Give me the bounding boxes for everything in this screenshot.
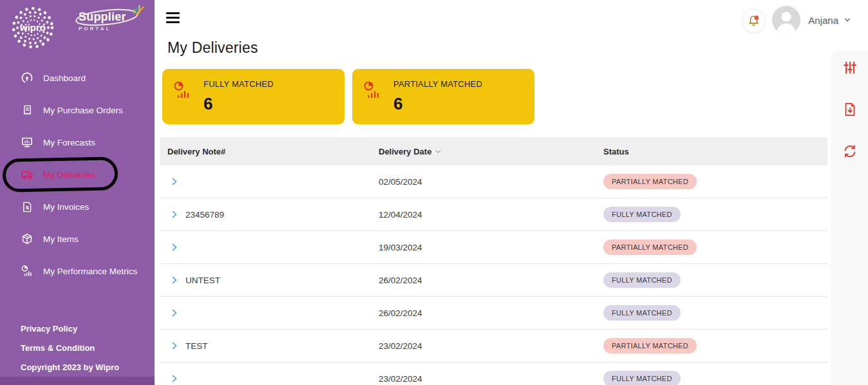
delivery-date-value: 23/02/2024 (379, 374, 603, 384)
expand-chevron-icon[interactable] (170, 177, 179, 186)
sidebar-item-label: Dashboard (43, 73, 86, 83)
sort-chevron-down-icon[interactable] (435, 148, 442, 155)
sidebar-nav: Dashboard My Purchase Orders (0, 62, 155, 287)
receipt-icon (21, 104, 33, 117)
supplier-portal-brand: Supplier PORTAL (79, 10, 138, 32)
notification-bell-icon (747, 14, 760, 28)
sidebar-item-my-forecasts[interactable]: My Forecasts (0, 126, 155, 158)
monitor-icon (21, 136, 33, 149)
table-row[interactable]: 23456789 12/04/2024 FULLY MATCHED (160, 198, 827, 231)
right-toolbar (832, 50, 868, 385)
delivery-date-value: 02/05/2024 (379, 177, 603, 187)
card-count: 6 (203, 94, 274, 114)
box-icon (21, 232, 33, 245)
brand-name: Supplier (79, 10, 138, 24)
status-badge: PARTIALLY MATCHED (603, 338, 697, 353)
table-row[interactable]: 23/02/2024 FULLY MATCHED (160, 362, 827, 385)
sidebar-footer: Privacy Policy Terms & Condition Copyrig… (21, 319, 119, 377)
file-download-icon[interactable] (842, 102, 858, 117)
status-badge: PARTIALLY MATCHED (603, 174, 697, 189)
invoice-icon: $ (21, 200, 33, 213)
brand-chart-icon (131, 4, 146, 17)
avatar[interactable] (772, 6, 800, 34)
expand-chevron-icon[interactable] (170, 243, 179, 252)
user-name[interactable]: Anjana (808, 15, 838, 26)
expand-chevron-icon[interactable] (170, 374, 179, 383)
table-row[interactable]: 26/02/2024 FULLY MATCHED (160, 297, 827, 330)
delivery-date-value: 26/02/2024 (379, 276, 603, 285)
table-row[interactable]: 19/03/2024 PARTIALLY MATCHED (160, 231, 827, 264)
delivery-date-value: 19/03/2024 (379, 243, 603, 252)
hamburger-menu-icon[interactable] (166, 12, 180, 23)
sidebar-item-label: My Performance Metrics (43, 267, 137, 276)
status-badge: FULLY MATCHED (603, 272, 681, 288)
expand-chevron-icon[interactable] (170, 276, 179, 285)
delivery-date-value: 23/02/2024 (379, 341, 603, 351)
gauge-icon (21, 71, 33, 84)
summary-cards: FULLY MATCHED 6 PARTIALLY MATCHED 6 (162, 69, 534, 124)
sidebar-item-my-performance-metrics[interactable]: My Performance Metrics (0, 255, 155, 287)
refresh-icon[interactable] (842, 144, 858, 159)
sidebar-item-label: My Forecasts (43, 138, 95, 147)
sidebar-item-dashboard[interactable]: Dashboard (0, 62, 155, 94)
card-label: FULLY MATCHED (203, 79, 274, 89)
terms-condition-link[interactable]: Terms & Condition (21, 339, 119, 358)
topbar-right: Anjana (742, 6, 851, 34)
notification-bell-button[interactable] (742, 9, 766, 33)
sidebar-bottom-strip (0, 377, 155, 385)
column-header-status[interactable]: Status (603, 147, 827, 156)
card-count: 6 (393, 94, 482, 114)
table-header: Delivery Note# Delivery Date Status (160, 137, 827, 165)
expand-chevron-icon[interactable] (170, 341, 179, 350)
svg-text:wipro: wipro (19, 22, 46, 33)
logo-row: wipro Supplier PORTAL (9, 4, 138, 52)
metrics-icon (363, 80, 382, 100)
metrics-icon (173, 80, 192, 100)
expand-chevron-icon[interactable] (170, 210, 179, 219)
sidebar-item-my-purchase-orders[interactable]: My Purchase Orders (0, 94, 155, 126)
column-header-delivery-note[interactable]: Delivery Note# (160, 147, 379, 156)
sidebar-item-label: My Items (43, 234, 79, 244)
sidebar-item-my-deliveries[interactable]: My Deliveries (0, 158, 155, 191)
fully-matched-card[interactable]: FULLY MATCHED 6 (162, 69, 344, 124)
sidebar-item-my-items[interactable]: My Items (0, 223, 155, 255)
deliveries-table: Delivery Note# Delivery Date Status 02/0… (160, 137, 827, 385)
status-badge: FULLY MATCHED (603, 371, 681, 385)
partially-matched-card[interactable]: PARTIALLY MATCHED 6 (352, 69, 534, 124)
page-title: My Deliveries (167, 39, 258, 57)
filter-sliders-icon[interactable] (842, 60, 858, 75)
sidebar: wipro Supplier PORTAL Dashbo (0, 0, 155, 385)
delivery-date-value: 26/02/2024 (379, 308, 603, 318)
delivery-date-value: 12/04/2024 (379, 210, 603, 220)
svg-text:$: $ (26, 204, 29, 210)
wipro-logo: wipro (9, 4, 57, 52)
table-row[interactable]: TEST 23/02/2024 PARTIALLY MATCHED (160, 330, 827, 362)
table-row[interactable]: 02/05/2024 PARTIALLY MATCHED (160, 165, 827, 198)
column-header-delivery-date[interactable]: Delivery Date (379, 147, 603, 156)
metrics-icon (21, 265, 33, 277)
delivery-note-value: UNTEST (185, 276, 220, 285)
chevron-down-icon[interactable] (844, 16, 851, 24)
privacy-policy-link[interactable]: Privacy Policy (21, 319, 119, 339)
truck-icon (21, 168, 33, 181)
table-row[interactable]: UNTEST 26/02/2024 FULLY MATCHED (160, 264, 827, 297)
copyright-text: Copyright 2023 by Wipro (21, 358, 119, 377)
sidebar-item-label: My Deliveries (43, 170, 95, 180)
status-badge: FULLY MATCHED (603, 305, 681, 321)
status-badge: PARTIALLY MATCHED (603, 239, 697, 255)
sidebar-item-label: My Purchase Orders (43, 106, 123, 115)
expand-chevron-icon[interactable] (170, 308, 179, 317)
sidebar-item-label: My Invoices (43, 202, 89, 212)
sidebar-item-my-invoices[interactable]: $ My Invoices (0, 191, 155, 223)
delivery-note-value: 23456789 (185, 210, 224, 220)
delivery-note-value: TEST (185, 341, 208, 351)
status-badge: FULLY MATCHED (603, 207, 681, 222)
main-content: Anjana My Deliveries FULLY MATCHED 6 (155, 0, 868, 385)
card-label: PARTIALLY MATCHED (393, 79, 482, 89)
